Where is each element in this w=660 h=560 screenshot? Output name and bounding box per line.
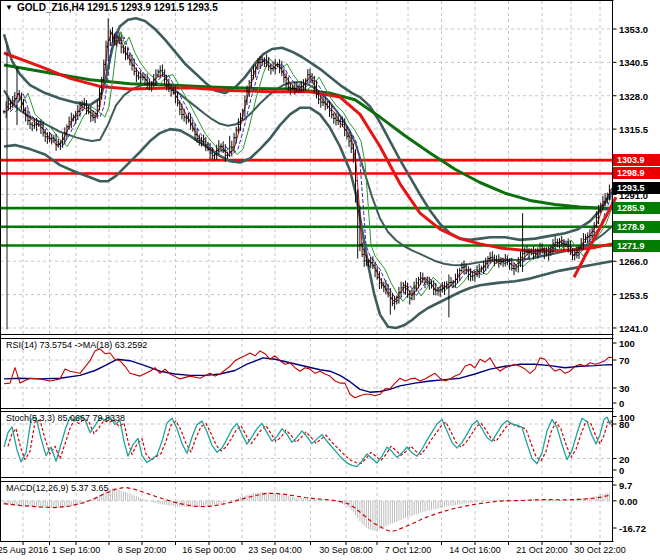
price-badge-1303.9: 1303.9 <box>613 154 660 166</box>
panel-splitter-stoch[interactable] <box>0 407 613 411</box>
stoch-axis-label: 20 <box>619 453 630 464</box>
time-axis-label: 1 Sep 16:00 <box>52 545 101 555</box>
time-axis-label: 16 Sep 00:00 <box>182 545 236 555</box>
rsi-axis-label: 0 <box>619 398 624 409</box>
symbol-marker-icon: ▼ <box>5 3 13 13</box>
macd-axis-label: 0.00 <box>619 495 638 506</box>
rsi-indicator-label: RSI(14) 73.5754 ->MA(18) 63.2592 <box>6 340 147 350</box>
stoch-axis-label: 0 <box>619 465 624 476</box>
price-badge-1293.5: 1293.5 <box>613 182 660 194</box>
rsi-axis-label: 30 <box>619 383 630 394</box>
chart-title: GOLD_Z16,H4 1291.5 1293.9 1291.5 1293.5 <box>17 2 218 13</box>
price-badge-1271.9: 1271.9 <box>613 240 660 252</box>
time-axis-label: 30 Sep 08:00 <box>319 545 373 555</box>
time-axis-label: 21 Oct 20:00 <box>516 545 568 555</box>
time-axis-label: 30 Oct 22:00 <box>574 545 626 555</box>
panel-splitter-rsi[interactable] <box>0 334 613 338</box>
price-axis-label: 1266.0 <box>619 256 648 267</box>
rsi-axis-label: 100 <box>619 338 635 349</box>
price-axis-label: 1328.0 <box>619 90 648 101</box>
chart-canvas[interactable] <box>0 0 660 560</box>
time-axis-label: 7 Oct 12:00 <box>385 545 432 555</box>
time-axis-label: 14 Oct 16:00 <box>449 545 501 555</box>
price-badge-1285.9: 1285.9 <box>613 202 660 214</box>
price-badge-1298.9: 1298.9 <box>613 167 660 179</box>
time-axis-label: 8 Sep 20:00 <box>118 545 167 555</box>
price-axis-label: 1353.0 <box>619 24 648 35</box>
trading-chart-window: ▼ GOLD_Z16,H4 1291.5 1293.9 1291.5 1293.… <box>0 0 660 560</box>
price-axis-label: 1253.5 <box>619 289 648 300</box>
stoch-indicator-label: Stoch(5,3,3) 85.0667 79.8338 <box>6 413 125 423</box>
macd-indicator-label: MACD(12,26,9) 5.37 3.65 <box>6 483 109 493</box>
time-axis-label: 23 Sep 04:00 <box>248 545 302 555</box>
price-axis-label: 1241.0 <box>619 322 648 333</box>
price-axis-label: 1315.5 <box>619 124 648 135</box>
symbol-period-label: GOLD_Z16,H4 <box>17 2 84 13</box>
panel-splitter-macd[interactable] <box>0 477 613 481</box>
ohlc-readout: 1291.5 1293.9 1291.5 1293.5 <box>87 2 218 13</box>
rsi-axis-label: 70 <box>619 355 630 366</box>
macd-axis-label: 9.7 <box>619 480 632 491</box>
time-axis-label: 25 Aug 2016 <box>0 545 48 555</box>
price-axis-label: 1340.5 <box>619 57 648 68</box>
price-badge-1278.9: 1278.9 <box>613 221 660 233</box>
macd-axis-label: -16.72 <box>619 523 646 534</box>
stoch-axis-label: 80 <box>619 419 630 430</box>
